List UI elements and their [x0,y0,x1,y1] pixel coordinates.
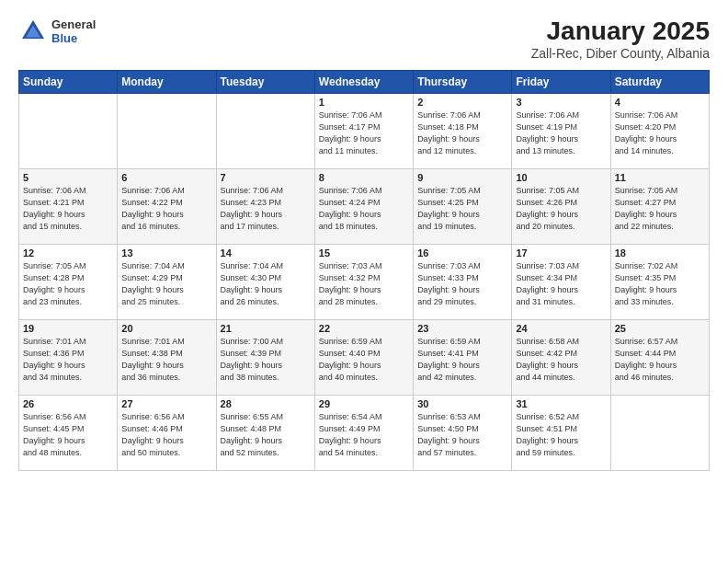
calendar-cell: 20Sunrise: 7:01 AM Sunset: 4:38 PM Dayli… [118,320,216,396]
day-number: 29 [319,398,409,409]
day-number: 6 [121,172,211,183]
day-number: 21 [221,323,311,334]
day-number: 23 [417,323,507,334]
day-info: Sunrise: 6:57 AM Sunset: 4:44 PM Dayligh… [615,336,705,384]
day-number: 30 [417,398,507,409]
calendar-body: 1Sunrise: 7:06 AM Sunset: 4:17 PM Daylig… [19,94,710,471]
day-info: Sunrise: 7:06 AM Sunset: 4:22 PM Dayligh… [121,185,211,233]
calendar-cell: 19Sunrise: 7:01 AM Sunset: 4:36 PM Dayli… [19,320,118,396]
day-number: 31 [516,398,606,409]
day-info: Sunrise: 7:05 AM Sunset: 4:27 PM Dayligh… [615,185,705,233]
day-number: 25 [615,323,705,334]
day-number: 7 [221,172,311,183]
day-number: 14 [221,247,311,259]
calendar-subtitle: Zall-Rec, Diber County, Albania [531,46,710,61]
day-number: 3 [516,97,606,108]
header-cell-saturday: Saturday [610,71,709,94]
day-info: Sunrise: 6:59 AM Sunset: 4:41 PM Dayligh… [417,336,507,384]
day-number: 9 [417,172,507,183]
day-info: Sunrise: 7:01 AM Sunset: 4:38 PM Dayligh… [121,336,211,384]
calendar-cell: 8Sunrise: 7:06 AM Sunset: 4:24 PM Daylig… [314,169,413,245]
day-number: 16 [417,247,507,259]
day-info: Sunrise: 6:55 AM Sunset: 4:48 PM Dayligh… [221,411,311,459]
day-info: Sunrise: 7:01 AM Sunset: 4:36 PM Dayligh… [23,336,113,384]
day-number: 22 [319,323,409,334]
header-cell-friday: Friday [512,71,610,94]
day-number: 15 [319,247,409,259]
calendar-cell: 11Sunrise: 7:05 AM Sunset: 4:27 PM Dayli… [610,169,709,245]
week-row-4: 26Sunrise: 6:56 AM Sunset: 4:45 PM Dayli… [19,396,710,471]
calendar-cell: 1Sunrise: 7:06 AM Sunset: 4:17 PM Daylig… [314,94,413,169]
day-info: Sunrise: 7:06 AM Sunset: 4:17 PM Dayligh… [319,109,409,157]
calendar-table: SundayMondayTuesdayWednesdayThursdayFrid… [18,70,710,471]
week-row-0: 1Sunrise: 7:06 AM Sunset: 4:17 PM Daylig… [19,94,710,169]
calendar-cell [19,94,118,169]
logo: General Blue [18,17,96,46]
day-number: 4 [615,97,705,108]
day-info: Sunrise: 6:56 AM Sunset: 4:45 PM Dayligh… [23,411,113,459]
header-cell-tuesday: Tuesday [216,71,314,94]
day-info: Sunrise: 7:03 AM Sunset: 4:32 PM Dayligh… [319,260,409,308]
calendar-cell: 25Sunrise: 6:57 AM Sunset: 4:44 PM Dayli… [610,320,709,396]
calendar-title: January 2025 [531,17,710,46]
day-info: Sunrise: 7:06 AM Sunset: 4:18 PM Dayligh… [417,109,507,157]
calendar-cell: 4Sunrise: 7:06 AM Sunset: 4:20 PM Daylig… [610,94,709,169]
day-number: 24 [516,323,606,334]
day-number: 2 [417,97,507,108]
calendar-header: SundayMondayTuesdayWednesdayThursdayFrid… [19,71,710,94]
day-number: 19 [23,323,113,334]
calendar-cell: 21Sunrise: 7:00 AM Sunset: 4:39 PM Dayli… [216,320,314,396]
day-info: Sunrise: 6:59 AM Sunset: 4:40 PM Dayligh… [319,336,409,384]
calendar-cell [610,396,709,471]
calendar-cell: 5Sunrise: 7:06 AM Sunset: 4:21 PM Daylig… [19,169,118,245]
logo-blue-text: Blue [51,31,96,45]
calendar-cell: 29Sunrise: 6:54 AM Sunset: 4:49 PM Dayli… [314,396,413,471]
day-number: 27 [121,398,211,409]
day-number: 8 [319,172,409,183]
day-info: Sunrise: 6:53 AM Sunset: 4:50 PM Dayligh… [417,411,507,459]
day-info: Sunrise: 7:05 AM Sunset: 4:28 PM Dayligh… [23,260,113,308]
calendar-cell: 12Sunrise: 7:05 AM Sunset: 4:28 PM Dayli… [19,245,118,320]
day-number: 26 [23,398,113,409]
calendar-cell: 3Sunrise: 7:06 AM Sunset: 4:19 PM Daylig… [512,94,610,169]
logo-general-text: General [51,17,96,31]
header-cell-wednesday: Wednesday [314,71,413,94]
header-cell-thursday: Thursday [414,71,512,94]
week-row-3: 19Sunrise: 7:01 AM Sunset: 4:36 PM Dayli… [19,320,710,396]
calendar-cell: 18Sunrise: 7:02 AM Sunset: 4:35 PM Dayli… [610,245,709,320]
calendar-cell [216,94,314,169]
day-number: 1 [319,97,409,108]
calendar-cell: 13Sunrise: 7:04 AM Sunset: 4:29 PM Dayli… [118,245,216,320]
day-info: Sunrise: 6:58 AM Sunset: 4:42 PM Dayligh… [516,336,606,384]
day-number: 13 [121,247,211,259]
day-info: Sunrise: 6:56 AM Sunset: 4:46 PM Dayligh… [121,411,211,459]
day-number: 28 [221,398,311,409]
day-number: 11 [615,172,705,183]
logo-icon [18,17,48,46]
day-info: Sunrise: 7:05 AM Sunset: 4:25 PM Dayligh… [417,185,507,233]
calendar-cell: 30Sunrise: 6:53 AM Sunset: 4:50 PM Dayli… [414,396,512,471]
logo-text: General Blue [51,17,96,45]
calendar-cell: 14Sunrise: 7:04 AM Sunset: 4:30 PM Dayli… [216,245,314,320]
page: General Blue January 2025 Zall-Rec, Dibe… [0,0,728,563]
day-info: Sunrise: 7:03 AM Sunset: 4:33 PM Dayligh… [417,260,507,308]
calendar-cell: 7Sunrise: 7:06 AM Sunset: 4:23 PM Daylig… [216,169,314,245]
calendar-cell: 28Sunrise: 6:55 AM Sunset: 4:48 PM Dayli… [216,396,314,471]
day-number: 12 [23,247,113,259]
calendar-cell: 10Sunrise: 7:05 AM Sunset: 4:26 PM Dayli… [512,169,610,245]
calendar-cell: 6Sunrise: 7:06 AM Sunset: 4:22 PM Daylig… [118,169,216,245]
calendar-cell: 9Sunrise: 7:05 AM Sunset: 4:25 PM Daylig… [414,169,512,245]
day-number: 20 [121,323,211,334]
week-row-1: 5Sunrise: 7:06 AM Sunset: 4:21 PM Daylig… [19,169,710,245]
calendar-cell: 16Sunrise: 7:03 AM Sunset: 4:33 PM Dayli… [414,245,512,320]
day-info: Sunrise: 7:00 AM Sunset: 4:39 PM Dayligh… [221,336,311,384]
calendar-cell: 17Sunrise: 7:03 AM Sunset: 4:34 PM Dayli… [512,245,610,320]
header-cell-monday: Monday [118,71,216,94]
day-number: 18 [615,247,705,259]
calendar-cell: 27Sunrise: 6:56 AM Sunset: 4:46 PM Dayli… [118,396,216,471]
day-number: 17 [516,247,606,259]
day-info: Sunrise: 7:04 AM Sunset: 4:29 PM Dayligh… [121,260,211,308]
week-row-2: 12Sunrise: 7:05 AM Sunset: 4:28 PM Dayli… [19,245,710,320]
title-block: January 2025 Zall-Rec, Diber County, Alb… [531,17,710,61]
day-info: Sunrise: 7:06 AM Sunset: 4:24 PM Dayligh… [319,185,409,233]
